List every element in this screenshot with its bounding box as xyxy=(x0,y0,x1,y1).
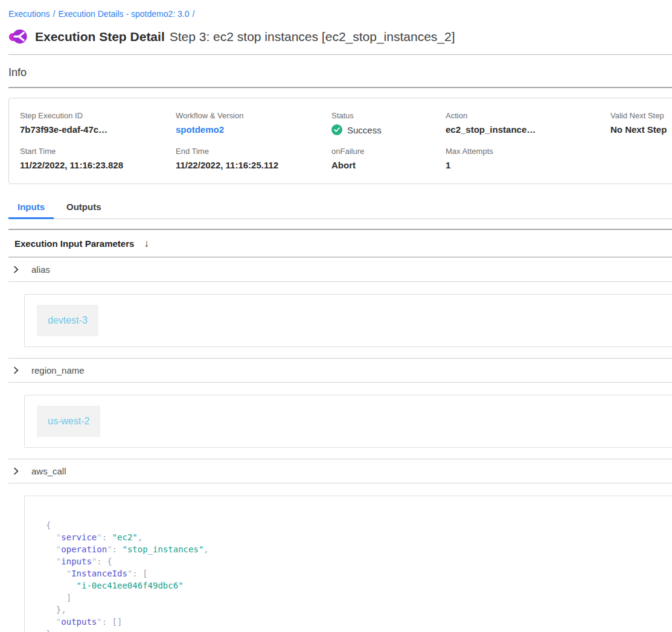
breadcrumb-separator: / xyxy=(193,9,195,19)
field-value: 11/22/2022, 11:16:25.112 xyxy=(176,160,331,170)
breadcrumb: Executions / Execution Details - spotdem… xyxy=(8,0,672,19)
breadcrumb-separator: / xyxy=(53,9,55,19)
field-onfailure: onFailure Abort xyxy=(331,147,446,170)
section-header-alias[interactable]: alias xyxy=(8,257,672,282)
section-label: region_name xyxy=(31,365,85,375)
tab-bar: Inputs Outputs xyxy=(8,197,672,219)
field-label: Status xyxy=(331,111,446,120)
field-value: No Next Step xyxy=(610,124,672,135)
field-label: Action xyxy=(446,111,610,120)
success-check-icon xyxy=(331,124,342,135)
workflow-link[interactable]: spotdemo2 xyxy=(176,124,331,135)
chevron-right-icon xyxy=(12,366,20,374)
field-empty xyxy=(610,147,672,170)
field-value: 1 xyxy=(446,160,610,170)
field-valid-next-step: Valid Next Step No Next Step xyxy=(610,111,672,135)
divider xyxy=(8,54,672,55)
field-value: Abort xyxy=(331,160,446,170)
field-action: Action ec2_stop_instance… xyxy=(446,111,610,135)
field-label: Workflow & Version xyxy=(176,111,331,120)
breadcrumb-link-execution-details[interactable]: Execution Details - spotdemo2: 3.0 xyxy=(58,9,189,19)
chevron-right-icon xyxy=(12,467,20,475)
section-header-aws-call[interactable]: aws_call xyxy=(8,459,672,484)
field-max-attempts: Max Attempts 1 xyxy=(446,147,610,170)
step-info-card: Step Execution ID 7b73f93e-edaf-47c… Wor… xyxy=(8,98,672,184)
tab-outputs[interactable]: Outputs xyxy=(57,197,110,219)
value-chip: devtest-3 xyxy=(37,305,98,336)
field-label: Start Time xyxy=(20,147,176,156)
execution-input-parameters-label: Execution Input Parameters xyxy=(14,238,134,249)
field-value: 7b73f93e-edaf-47c… xyxy=(20,124,176,135)
field-label: End Time xyxy=(176,147,331,156)
field-label: Valid Next Step xyxy=(610,111,672,120)
execution-input-parameters-header: Execution Input Parameters ↓ xyxy=(8,230,672,257)
page-subtitle: Step 3: ec2 stop instances [ec2_stop_ins… xyxy=(170,30,455,43)
field-start-time: Start Time 11/22/2022, 11:16:23.828 xyxy=(20,147,176,170)
section-label: aws_call xyxy=(31,466,66,476)
field-step-execution-id: Step Execution ID 7b73f93e-edaf-47c… xyxy=(20,111,176,135)
field-value: ec2_stop_instance… xyxy=(446,124,610,135)
field-label: onFailure xyxy=(331,147,446,156)
page-title: Execution Step DetailStep 3: ec2 stop in… xyxy=(35,30,455,44)
tab-inputs[interactable]: Inputs xyxy=(8,197,54,219)
execution-step-detail-page: Executions / Execution Details - spotdem… xyxy=(0,0,672,632)
section-content-region-name: us-west-2 xyxy=(24,395,672,448)
field-value: 11/22/2022, 11:16:23.828 xyxy=(20,160,176,170)
section-label: alias xyxy=(31,264,50,275)
value-chip: us-west-2 xyxy=(37,406,100,437)
status-text: Success xyxy=(347,125,382,135)
field-status: Status Success xyxy=(331,111,446,135)
info-section-heading: Info xyxy=(8,66,672,79)
section-content-alias: devtest-3 xyxy=(24,294,672,347)
field-label: Max Attempts xyxy=(446,147,610,156)
divider xyxy=(8,87,672,88)
collapse-all-arrow-icon[interactable]: ↓ xyxy=(144,238,149,249)
section-header-region-name[interactable]: region_name xyxy=(8,358,672,383)
status-badge: Success xyxy=(331,124,446,135)
section-content-aws-call: { "service": "ec2", "operation": "stop_i… xyxy=(24,496,672,632)
field-workflow-version: Workflow & Version spotdemo2 xyxy=(176,111,331,135)
field-label: Step Execution ID xyxy=(20,111,176,120)
code-block: { "service": "ec2", "operation": "stop_i… xyxy=(46,519,672,632)
field-end-time: End Time 11/22/2022, 11:16:25.112 xyxy=(176,147,331,170)
breadcrumb-link-executions[interactable]: Executions xyxy=(8,9,50,19)
chevron-right-icon xyxy=(12,266,20,273)
workflow-logo-icon xyxy=(8,28,27,45)
page-header: Execution Step DetailStep 3: ec2 stop in… xyxy=(8,28,672,45)
